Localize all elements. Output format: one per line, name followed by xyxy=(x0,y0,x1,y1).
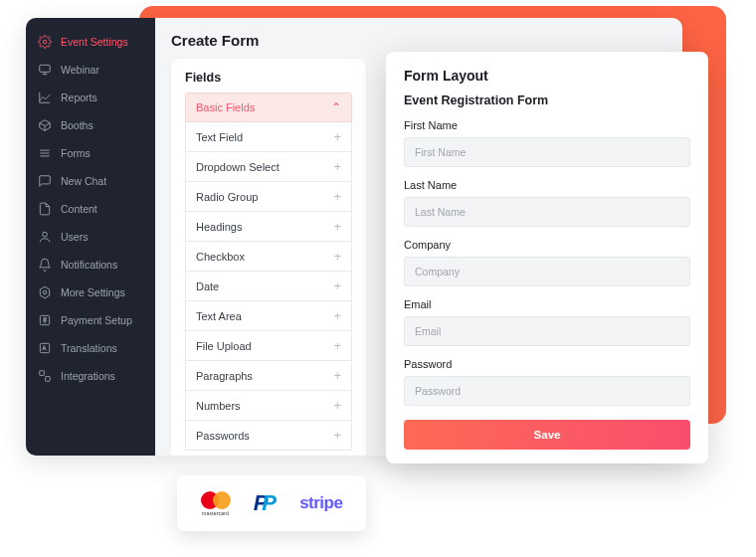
sidebar-item-label: Reports xyxy=(61,92,97,103)
form-field: First Name xyxy=(404,119,690,167)
field-type-row[interactable]: Numbers+ xyxy=(185,391,352,421)
field-type-label: File Upload xyxy=(196,340,252,352)
sidebar-item-label: Event Settings xyxy=(61,36,128,48)
save-button[interactable]: Save xyxy=(404,420,690,450)
field-type-row[interactable]: Radio Group+ xyxy=(185,182,352,212)
plus-icon: + xyxy=(333,189,341,204)
gear-icon xyxy=(38,35,52,49)
last-name-input[interactable] xyxy=(404,197,690,227)
sidebar-item-label: Integrations xyxy=(61,370,115,382)
password-input[interactable] xyxy=(404,376,690,406)
mastercard-label: mastercard xyxy=(202,510,229,516)
sidebar-item-booths[interactable]: Booths xyxy=(26,111,155,139)
field-type-row[interactable]: Passwords+ xyxy=(185,421,352,451)
sidebar-item-label: Booths xyxy=(61,119,94,131)
field-type-row[interactable]: Dropdown Select+ xyxy=(185,152,352,182)
monitor-icon xyxy=(38,63,52,77)
field-type-label: Radio Group xyxy=(196,191,258,203)
sidebar-item-translations[interactable]: Translations xyxy=(26,334,155,362)
chart-icon xyxy=(38,91,52,104)
field-type-row[interactable]: Headings+ xyxy=(185,212,352,242)
field-type-label: Numbers xyxy=(196,400,241,412)
form-layout-panel: Form Layout Event Registration Form Firs… xyxy=(386,52,708,464)
form-subtitle: Event Registration Form xyxy=(404,93,690,107)
form-field-label: Email xyxy=(404,298,690,310)
sidebar-item-payment-setup[interactable]: Payment Setup xyxy=(26,306,155,334)
plus-icon: + xyxy=(333,129,341,144)
plus-icon: + xyxy=(333,159,341,174)
field-type-label: Checkbox xyxy=(196,251,245,263)
sidebar-item-label: Users xyxy=(61,231,88,243)
field-type-row[interactable]: Text Field+ xyxy=(185,122,352,152)
sidebar-item-forms[interactable]: Forms xyxy=(26,139,155,167)
field-type-label: Text Area xyxy=(196,310,242,322)
sidebar-item-users[interactable]: Users xyxy=(26,223,155,251)
sidebar-item-content[interactable]: Content xyxy=(26,195,155,223)
hex-gear-icon xyxy=(38,285,52,299)
sidebar-item-integrations[interactable]: Integrations xyxy=(26,362,155,390)
chevron-up-icon: ⌃ xyxy=(331,100,341,114)
form-field: Email xyxy=(404,298,690,346)
translate-icon xyxy=(38,341,52,355)
field-type-row[interactable]: File Upload+ xyxy=(185,331,352,361)
chat-icon xyxy=(38,174,52,188)
sidebar-item-label: Content xyxy=(61,203,97,215)
plus-icon: + xyxy=(333,219,341,234)
plus-icon: + xyxy=(333,398,341,413)
field-group-header[interactable]: Basic Fields ⌃ xyxy=(185,93,352,122)
dollar-icon xyxy=(38,313,52,327)
form-field: Last Name xyxy=(404,179,690,227)
sidebar-item-label: Translations xyxy=(61,342,117,354)
sidebar-item-label: Forms xyxy=(61,147,91,159)
company-input[interactable] xyxy=(404,257,690,286)
form-field-label: Last Name xyxy=(404,179,690,191)
field-group-label: Basic Fields xyxy=(196,101,255,113)
sidebar-item-label: Notifications xyxy=(61,259,117,271)
rows-icon xyxy=(38,146,52,160)
sidebar-item-label: More Settings xyxy=(61,286,125,298)
field-type-row[interactable]: Paragraphs+ xyxy=(185,361,352,391)
sidebar-item-notifications[interactable]: Notifications xyxy=(26,251,155,278)
plus-icon: + xyxy=(333,368,341,383)
email-input[interactable] xyxy=(404,316,690,346)
field-type-label: Headings xyxy=(196,221,242,233)
field-type-label: Paragraphs xyxy=(196,370,253,382)
form-layout-title: Form Layout xyxy=(404,68,690,84)
fields-card: Fields Basic Fields ⌃ Text Field+Dropdow… xyxy=(171,59,366,456)
sidebar-item-more-settings[interactable]: More Settings xyxy=(26,278,155,306)
form-field-label: Company xyxy=(404,239,690,251)
first-name-input[interactable] xyxy=(404,137,690,167)
field-type-row[interactable]: Text Area+ xyxy=(185,301,352,331)
plus-icon: + xyxy=(333,428,341,443)
svg-rect-13 xyxy=(40,371,45,376)
plus-icon: + xyxy=(333,278,341,293)
field-type-row[interactable]: Checkbox+ xyxy=(185,242,352,272)
sidebar-item-label: Payment Setup xyxy=(61,314,132,326)
form-field-label: First Name xyxy=(404,119,690,131)
plus-icon: + xyxy=(333,308,341,323)
payment-logos-card: mastercard PP stripe xyxy=(177,475,366,531)
file-icon xyxy=(38,202,52,216)
bell-icon xyxy=(38,258,52,272)
sidebar-item-new-chat[interactable]: New Chat xyxy=(26,167,155,195)
user-icon xyxy=(38,230,52,244)
svg-rect-1 xyxy=(40,65,51,72)
sidebar: Event SettingsWebinarReportsBoothsFormsN… xyxy=(26,18,155,456)
cube-icon xyxy=(38,118,52,132)
sidebar-item-event-settings[interactable]: Event Settings xyxy=(26,28,155,56)
sidebar-item-reports[interactable]: Reports xyxy=(26,84,155,111)
svg-rect-14 xyxy=(46,377,51,382)
sidebar-item-label: Webinar xyxy=(61,64,99,76)
plus-icon: + xyxy=(333,338,341,353)
integrations-icon xyxy=(38,369,52,383)
sidebar-item-webinar[interactable]: Webinar xyxy=(26,56,155,84)
sidebar-item-label: New Chat xyxy=(61,175,106,187)
svg-point-8 xyxy=(43,232,48,237)
fields-title: Fields xyxy=(185,71,352,85)
plus-icon: + xyxy=(333,249,341,264)
field-type-label: Dropdown Select xyxy=(196,161,280,173)
svg-marker-9 xyxy=(40,286,49,298)
form-field-label: Password xyxy=(404,358,690,370)
form-field: Password xyxy=(404,358,690,406)
field-type-row[interactable]: Date+ xyxy=(185,272,352,301)
